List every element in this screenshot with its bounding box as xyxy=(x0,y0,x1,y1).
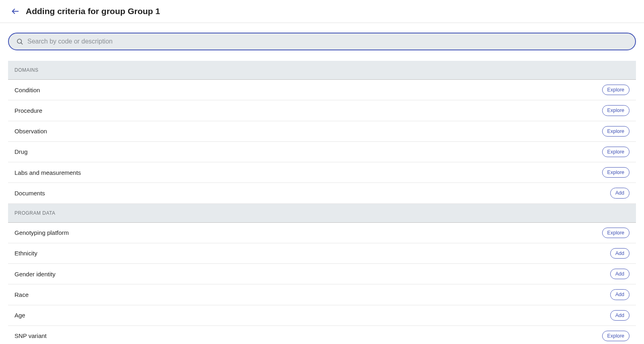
criteria-row-gender-identity: Gender identityAdd xyxy=(8,264,636,284)
add-button[interactable]: Add xyxy=(610,248,630,259)
criteria-row-label: Labs and measurements xyxy=(14,169,81,176)
criteria-row-observation: ObservationExplore xyxy=(8,121,636,142)
criteria-row-race: RaceAdd xyxy=(8,284,636,305)
add-button[interactable]: Add xyxy=(610,269,630,279)
back-arrow-icon[interactable] xyxy=(10,6,21,17)
add-button[interactable]: Add xyxy=(610,310,630,321)
explore-button[interactable]: Explore xyxy=(602,85,630,95)
criteria-row-label: Ethnicity xyxy=(14,250,37,257)
criteria-row-label: Observation xyxy=(14,128,47,135)
criteria-row-label: Condition xyxy=(14,87,40,93)
criteria-row-label: Gender identity xyxy=(14,271,56,278)
page-title: Adding criteria for group Group 1 xyxy=(26,6,160,16)
search-field-wrap[interactable] xyxy=(8,33,636,50)
criteria-row-label: Genotyping platform xyxy=(14,229,69,236)
criteria-row-snp-variant: SNP variantExplore xyxy=(8,326,636,344)
criteria-row-condition: ConditionExplore xyxy=(8,80,636,100)
add-button[interactable]: Add xyxy=(610,188,630,198)
criteria-row-label: Age xyxy=(14,312,25,319)
search-input[interactable] xyxy=(27,38,628,45)
criteria-row-label: SNP variant xyxy=(14,332,47,339)
criteria-row-procedure: ProcedureExplore xyxy=(8,100,636,121)
add-button[interactable]: Add xyxy=(610,289,630,300)
criteria-row-ethnicity: EthnicityAdd xyxy=(8,243,636,264)
criteria-list: DOMAINSConditionExploreProcedureExploreO… xyxy=(8,61,636,344)
search-icon xyxy=(16,38,23,45)
criteria-row-age: AgeAdd xyxy=(8,305,636,326)
criteria-row-labs-and-measurements: Labs and measurementsExplore xyxy=(8,162,636,183)
criteria-row-label: Race xyxy=(14,291,29,298)
criteria-row-genotyping-platform: Genotyping platformExplore xyxy=(8,223,636,243)
explore-button[interactable]: Explore xyxy=(602,331,630,341)
criteria-row-label: Documents xyxy=(14,190,45,197)
content-area: DOMAINSConditionExploreProcedureExploreO… xyxy=(0,23,644,344)
explore-button[interactable]: Explore xyxy=(602,105,630,116)
criteria-row-label: Drug xyxy=(14,148,28,155)
section-header-program-data: PROGRAM DATA xyxy=(8,204,636,223)
svg-line-2 xyxy=(21,43,23,44)
criteria-row-documents: DocumentsAdd xyxy=(8,183,636,203)
criteria-row-label: Procedure xyxy=(14,107,42,114)
page-header: Adding criteria for group Group 1 xyxy=(0,0,644,23)
criteria-row-drug: DrugExplore xyxy=(8,142,636,162)
explore-button[interactable]: Explore xyxy=(602,126,630,137)
explore-button[interactable]: Explore xyxy=(602,167,630,178)
explore-button[interactable]: Explore xyxy=(602,228,630,238)
section-header-domains: DOMAINS xyxy=(8,61,636,80)
explore-button[interactable]: Explore xyxy=(602,147,630,157)
